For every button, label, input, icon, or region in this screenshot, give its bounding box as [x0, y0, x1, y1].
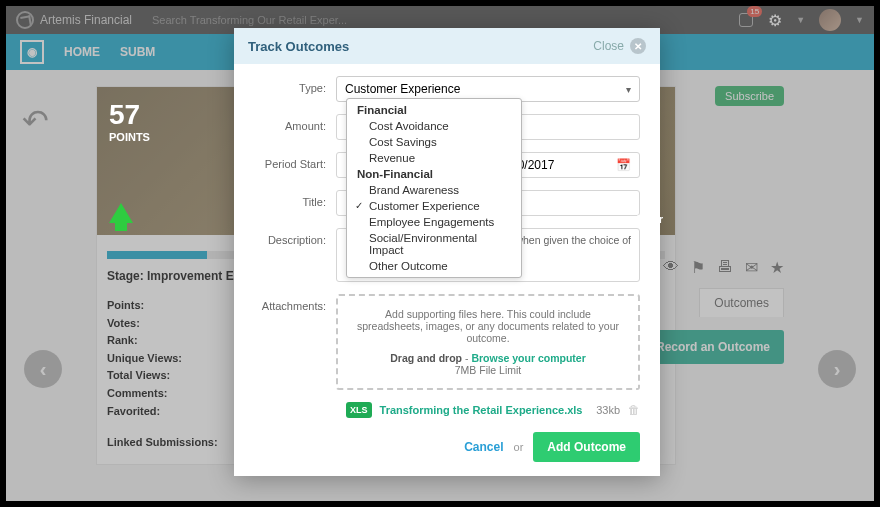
dropzone-text: Add supporting files here. This could in… — [350, 308, 626, 320]
clear-link[interactable]: Clear — [635, 213, 663, 225]
label-description: Description: — [254, 228, 336, 246]
modal-header: Track Outcomes Close ✕ — [234, 28, 660, 64]
dropzone-text: outcome. — [350, 332, 626, 344]
add-outcome-button[interactable]: Add Outcome — [533, 432, 640, 462]
dropdown-item[interactable]: Revenue — [347, 150, 521, 166]
calendar-icon: 📅 — [616, 158, 631, 172]
file-name-link[interactable]: Transforming the Retail Experience.xls — [380, 404, 589, 416]
label-period-start: Period Start: — [254, 152, 336, 170]
attachment-dropzone[interactable]: Add supporting files here. This could in… — [336, 294, 640, 390]
cancel-button[interactable]: Cancel — [464, 440, 503, 454]
close-link[interactable]: Close — [593, 39, 624, 53]
close-icon[interactable]: ✕ — [630, 38, 646, 54]
file-size: 33kb — [596, 404, 620, 416]
browse-link[interactable]: Browse your computer — [471, 352, 585, 364]
dropdown-item[interactable]: Other Outcome — [347, 258, 521, 274]
select-caret-icon: ▾ — [626, 84, 631, 95]
type-select-value: Customer Experience — [345, 82, 460, 96]
label-attachments: Attachments: — [254, 294, 336, 312]
modal-title: Track Outcomes — [248, 39, 349, 54]
attached-file-row: XLS Transforming the Retail Experience.x… — [346, 402, 640, 418]
dropdown-group-label: Non-Financial — [347, 166, 521, 182]
dropdown-item-selected[interactable]: Customer Experience — [347, 198, 521, 214]
dropdown-item[interactable]: Brand Awareness — [347, 182, 521, 198]
points-value: 57 — [109, 99, 663, 131]
dropdown-item[interactable]: Employee Engagements — [347, 214, 521, 230]
delete-file-icon[interactable]: 🗑 — [628, 403, 640, 417]
or-text: or — [514, 441, 524, 453]
upvote-arrow-icon[interactable] — [109, 203, 133, 223]
label-title: Title: — [254, 190, 336, 208]
label-type: Type: — [254, 76, 336, 94]
points-label: POINTS — [109, 131, 663, 143]
dropdown-item[interactable]: Social/Environmental Impact — [347, 230, 521, 258]
file-limit-text: 7MB File Limit — [350, 364, 626, 376]
file-type-badge: XLS — [346, 402, 372, 418]
drag-drop-text: Drag and drop — [390, 352, 462, 364]
dropzone-text: spreadsheets, images, or any documents r… — [350, 320, 626, 332]
